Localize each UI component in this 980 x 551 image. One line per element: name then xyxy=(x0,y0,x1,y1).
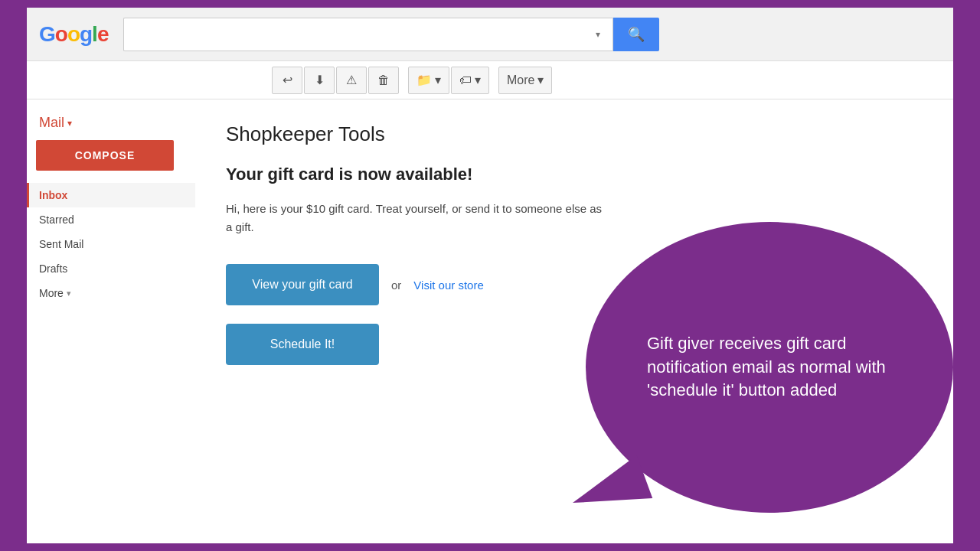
sidebar-item-more[interactable]: More ▾ xyxy=(27,281,195,305)
schedule-button[interactable]: Schedule It! xyxy=(226,324,379,365)
more-button[interactable]: More ▾ xyxy=(498,67,552,94)
view-gift-card-button[interactable]: View your gift card xyxy=(226,264,379,305)
move-to-button[interactable]: 📁 ▾ xyxy=(408,67,449,94)
labels-button[interactable]: 🏷 ▾ xyxy=(451,67,489,94)
more-chevron-icon: ▾ xyxy=(67,289,71,298)
more-label: More xyxy=(507,73,534,87)
main-area: Mail ▾ COMPOSE Inbox Starred Sent Mail D… xyxy=(27,99,953,543)
compose-button[interactable]: COMPOSE xyxy=(36,140,174,171)
label-dropdown-icon: ▾ xyxy=(475,73,481,87)
sidebar-item-sent-mail[interactable]: Sent Mail xyxy=(27,232,195,256)
more-dropdown-icon: ▾ xyxy=(537,73,544,87)
search-bar-wrapper: ▾ 🔍 xyxy=(123,18,659,51)
folder-dropdown-icon: ▾ xyxy=(435,73,441,87)
sidebar: Mail ▾ COMPOSE Inbox Starred Sent Mail D… xyxy=(27,99,195,543)
search-input[interactable] xyxy=(123,18,583,51)
archive-icon: ⬇ xyxy=(315,73,325,87)
reply-button[interactable]: ↩ xyxy=(272,67,302,94)
sidebar-item-inbox[interactable]: Inbox xyxy=(27,183,195,207)
google-logo: Google xyxy=(39,22,108,47)
top-bar: Google ▾ 🔍 xyxy=(27,8,953,61)
search-icon: 🔍 xyxy=(628,26,645,43)
spam-icon: ⚠ xyxy=(346,73,357,87)
toolbar: ↩ ⬇ ⚠ 🗑 📁 ▾ 🏷 ▾ More ▾ xyxy=(27,61,953,99)
email-subject: Your gift card is now available! xyxy=(226,165,923,184)
archive-button[interactable]: ⬇ xyxy=(304,67,335,94)
reply-icon: ↩ xyxy=(283,73,292,87)
view-gift-card-row: View your gift card or Visit our store xyxy=(226,264,923,305)
label-icon: 🏷 xyxy=(459,73,472,87)
search-button[interactable]: 🔍 xyxy=(613,18,659,51)
callout-text: Gift giver receives gift card notificati… xyxy=(586,302,953,433)
spam-button[interactable]: ⚠ xyxy=(336,67,367,94)
sidebar-item-drafts[interactable]: Drafts xyxy=(27,256,195,281)
email-body: Hi, here is your $10 gift card. Treat yo… xyxy=(226,200,609,236)
visit-store-link[interactable]: Visit our store xyxy=(413,279,483,292)
or-text: or xyxy=(391,279,401,292)
callout-arrow xyxy=(565,455,652,525)
mail-label[interactable]: Mail ▾ xyxy=(27,109,195,137)
email-sender: Shopkeeper Tools xyxy=(226,122,923,146)
folder-icon: 📁 xyxy=(416,73,432,87)
delete-icon: 🗑 xyxy=(377,73,390,87)
search-dropdown-arrow[interactable]: ▾ xyxy=(583,18,613,51)
schedule-row: Schedule It! xyxy=(226,324,923,365)
delete-button[interactable]: 🗑 xyxy=(368,67,399,94)
email-content: Shopkeeper Tools Your gift card is now a… xyxy=(195,99,953,543)
sidebar-item-starred[interactable]: Starred xyxy=(27,207,195,232)
mail-dropdown-icon: ▾ xyxy=(67,118,72,129)
